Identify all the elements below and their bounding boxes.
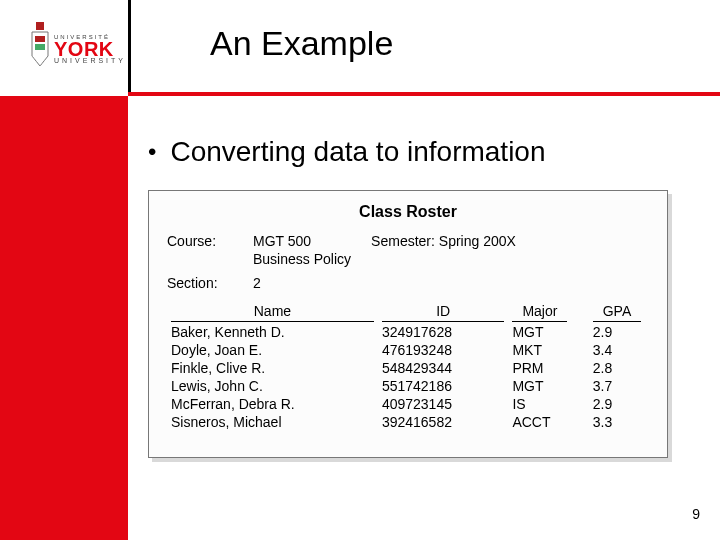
cell-id: 324917628 (378, 323, 509, 341)
cell-id: 551742186 (378, 377, 509, 395)
cell-id: 476193248 (378, 341, 509, 359)
cell-gpa: 3.4 (589, 341, 649, 359)
cell-major: MKT (508, 341, 588, 359)
cell-id: 548429344 (378, 359, 509, 377)
cell-major: PRM (508, 359, 588, 377)
cell-major: IS (508, 395, 588, 413)
cell-gpa: 2.8 (589, 359, 649, 377)
svg-rect-0 (36, 22, 44, 30)
table-row: McFerran, Debra R. 409723145 IS 2.9 (167, 395, 649, 413)
cell-id: 409723145 (378, 395, 509, 413)
col-header-gpa: GPA (593, 303, 642, 322)
horizontal-rule-red (128, 92, 720, 96)
semester-label: Semester: (371, 233, 435, 249)
bullet-line: • Converting data to information (148, 136, 546, 168)
section-label: Section: (167, 275, 253, 291)
cell-name: Doyle, Joan E. (167, 341, 378, 359)
vertical-divider (128, 0, 131, 92)
page-number: 9 (692, 506, 700, 522)
course-name: Business Policy (253, 251, 351, 267)
course-code: MGT 500 (253, 233, 311, 249)
section-value: 2 (253, 275, 261, 291)
table-row: Doyle, Joan E. 476193248 MKT 3.4 (167, 341, 649, 359)
figure-title: Class Roster (167, 203, 649, 221)
cell-name: Sisneros, Michael (167, 413, 378, 431)
figure-meta: Course: MGT 500 Semester: Spring 200X Bu… (167, 233, 649, 291)
cell-gpa: 2.9 (589, 323, 649, 341)
bullet-icon: • (148, 140, 156, 164)
york-logo: UNIVERSITÉ YORK UNIVERSITY (30, 10, 128, 88)
crest-icon (30, 22, 50, 76)
roster-table: Name ID Major GPA Baker, Kenneth D. 3249… (167, 301, 649, 431)
table-row: Finkle, Clive R. 548429344 PRM 2.8 (167, 359, 649, 377)
table-row: Sisneros, Michael 392416582 ACCT 3.3 (167, 413, 649, 431)
col-header-id: ID (382, 303, 505, 322)
cell-name: Finkle, Clive R. (167, 359, 378, 377)
cell-name: Lewis, John C. (167, 377, 378, 395)
table-row: Baker, Kenneth D. 324917628 MGT 2.9 (167, 323, 649, 341)
cell-gpa: 3.3 (589, 413, 649, 431)
left-red-band (0, 96, 128, 540)
cell-name: Baker, Kenneth D. (167, 323, 378, 341)
svg-rect-2 (35, 44, 45, 50)
cell-name: McFerran, Debra R. (167, 395, 378, 413)
class-roster-figure: Class Roster Course: MGT 500 Semester: S… (148, 190, 668, 458)
cell-gpa: 3.7 (589, 377, 649, 395)
bullet-text: Converting data to information (170, 136, 545, 168)
svg-rect-1 (35, 36, 45, 42)
table-header-row: Name ID Major GPA (167, 301, 649, 323)
semester-value: Spring 200X (439, 233, 516, 249)
slide-title: An Example (210, 24, 393, 63)
logo-name-york: YORK (54, 40, 126, 58)
cell-major: MGT (508, 323, 588, 341)
slide: UNIVERSITÉ YORK UNIVERSITY An Example • … (0, 0, 720, 540)
logo-line-university: UNIVERSITY (54, 57, 126, 64)
cell-id: 392416582 (378, 413, 509, 431)
cell-gpa: 2.9 (589, 395, 649, 413)
col-header-major: Major (512, 303, 567, 322)
cell-major: MGT (508, 377, 588, 395)
course-label: Course: (167, 233, 253, 249)
table-row: Lewis, John C. 551742186 MGT 3.7 (167, 377, 649, 395)
col-header-name: Name (171, 303, 374, 322)
cell-major: ACCT (508, 413, 588, 431)
